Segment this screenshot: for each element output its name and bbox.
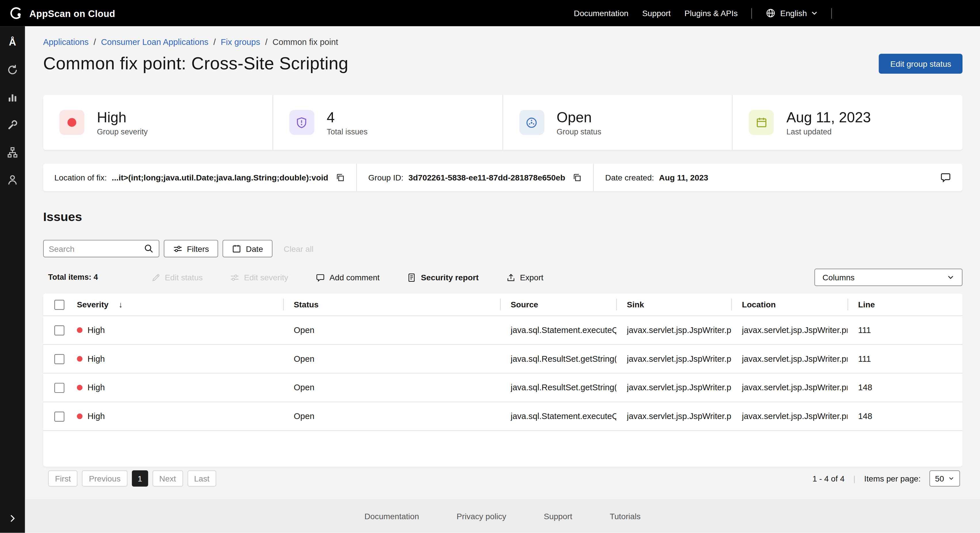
total-items-label: Total items: 4 xyxy=(48,273,98,281)
clear-all-link[interactable]: Clear all xyxy=(284,244,313,254)
comment-bubble-icon xyxy=(316,273,325,282)
cell-line: 148 xyxy=(858,412,872,421)
footer-link-privacy-policy[interactable]: Privacy policy xyxy=(457,511,506,521)
header-source[interactable]: Source xyxy=(500,293,616,316)
pagination: First Previous 1 Next Last 1 - 4 of 4 | … xyxy=(43,470,963,486)
security-report-label: Security report xyxy=(421,273,479,282)
sort-descending-icon: ↓ xyxy=(118,300,123,309)
breadcrumb-fix-groups[interactable]: Fix groups xyxy=(221,37,260,48)
summary-last-updated: Aug 11, 2023 Last updated xyxy=(733,95,963,150)
search-input[interactable] xyxy=(49,244,140,254)
language-selector[interactable]: English xyxy=(766,8,817,18)
footer-link-documentation[interactable]: Documentation xyxy=(364,511,419,521)
summary-group-status: Open Group status xyxy=(503,95,733,150)
table-row[interactable]: High Open java.sql.ResultSet.getString(j… xyxy=(43,374,963,402)
row-checkbox[interactable] xyxy=(54,382,65,393)
edit-severity-label: Edit severity xyxy=(244,273,288,282)
comment-bubble-icon xyxy=(940,172,951,183)
group-severity-label: Group severity xyxy=(97,127,148,136)
topbar-divider xyxy=(751,8,752,18)
header-status[interactable]: Status xyxy=(283,293,500,316)
bar-chart-icon xyxy=(7,92,18,103)
appscan-window: AppScan on Cloud Documentation Support P… xyxy=(0,0,980,533)
cell-status: Open xyxy=(294,354,315,364)
calendar-icon xyxy=(749,110,774,135)
sidebar-item-dashboards[interactable] xyxy=(0,84,25,111)
table-row[interactable]: High Open java.sql.Statement.executeQu j… xyxy=(43,316,963,345)
edit-severity-icon xyxy=(230,273,240,282)
copy-location-button[interactable] xyxy=(336,173,345,182)
table-empty-space xyxy=(43,431,963,467)
items-per-page-dropdown[interactable]: 50 xyxy=(929,470,960,486)
chevron-down-icon xyxy=(948,476,955,482)
edit-group-status-button[interactable]: Edit group status xyxy=(879,54,963,74)
brand-name: AppScan on Cloud xyxy=(29,8,115,18)
pagination-first-button[interactable]: First xyxy=(48,470,78,486)
cell-location: javax.servlet.jsp.JspWriter.pri xyxy=(742,412,848,421)
select-all-checkbox[interactable] xyxy=(54,300,65,310)
footer-link-support[interactable]: Support xyxy=(544,511,572,521)
cell-source: java.sql.ResultSet.getString(ja xyxy=(511,383,616,392)
row-checkbox[interactable] xyxy=(54,411,65,421)
security-report-button[interactable]: Security report xyxy=(407,273,479,282)
page-title: Common fix point: Cross-Site Scripting xyxy=(43,52,348,75)
date-created-value: Aug 11, 2023 xyxy=(659,173,708,182)
group-severity-value: High xyxy=(97,109,148,125)
topbar-divider xyxy=(831,8,832,18)
sidebar-item-applications[interactable]: Å xyxy=(0,29,25,56)
issues-heading: Issues xyxy=(43,210,963,224)
add-comment-label: Add comment xyxy=(329,273,380,282)
cell-location: javax.servlet.jsp.JspWriter.pri xyxy=(742,383,848,392)
comments-button[interactable] xyxy=(940,172,951,183)
export-button[interactable]: Export xyxy=(506,273,543,282)
topbar-link-plugins-apis[interactable]: Plugins & APIs xyxy=(684,8,738,18)
brand-home-link[interactable]: AppScan on Cloud xyxy=(10,6,116,20)
user-icon xyxy=(7,174,18,186)
chevron-down-icon xyxy=(811,10,818,16)
sidebar-item-tools[interactable] xyxy=(0,111,25,138)
sidebar-item-scans[interactable] xyxy=(0,56,25,84)
table-row[interactable]: High Open java.sql.Statement.executeQu j… xyxy=(43,402,963,431)
cell-status: Open xyxy=(294,325,315,335)
appscan-home-icon: Å xyxy=(9,37,16,48)
top-bar: AppScan on Cloud Documentation Support P… xyxy=(0,0,980,26)
breadcrumb-applications[interactable]: Applications xyxy=(43,37,89,48)
row-checkbox[interactable] xyxy=(54,325,65,335)
header-location[interactable]: Location xyxy=(731,293,848,316)
rescan-icon xyxy=(7,65,18,76)
sidebar-expand-button[interactable] xyxy=(0,509,25,528)
copy-group-id-button[interactable] xyxy=(573,173,582,182)
footer-link-tutorials[interactable]: Tutorials xyxy=(610,511,641,521)
pagination-next-button[interactable]: Next xyxy=(152,470,183,486)
items-per-page-value: 50 xyxy=(935,474,944,483)
severity-dot-icon xyxy=(59,110,84,135)
pagination-divider: | xyxy=(853,474,855,483)
filters-button[interactable]: Filters xyxy=(164,240,219,257)
table-row[interactable]: High Open java.sql.ResultSet.getString(j… xyxy=(43,345,963,374)
chevron-right-icon xyxy=(8,514,18,524)
header-severity[interactable]: Severity ↓ xyxy=(72,293,283,316)
topbar-link-support[interactable]: Support xyxy=(642,8,671,18)
breadcrumb-consumer-loan-applications[interactable]: Consumer Loan Applications xyxy=(101,37,208,48)
filters-label: Filters xyxy=(187,244,209,254)
severity-dot-icon xyxy=(77,356,83,362)
search-icon xyxy=(144,243,154,254)
date-filter-button[interactable]: Date xyxy=(223,240,272,257)
group-status-label: Group status xyxy=(557,127,601,136)
columns-dropdown[interactable]: Columns xyxy=(815,268,963,286)
sidebar-item-organization[interactable] xyxy=(0,139,25,166)
info-bar: Location of fix: ...it>(int;long;java.ut… xyxy=(43,164,963,191)
add-comment-button[interactable]: Add comment xyxy=(316,273,380,282)
header-sink[interactable]: Sink xyxy=(616,293,731,316)
header-line[interactable]: Line xyxy=(848,293,963,316)
pagination-previous-button[interactable]: Previous xyxy=(82,470,127,486)
report-document-icon xyxy=(407,273,417,282)
edit-severity-button[interactable]: Edit severity xyxy=(230,273,288,282)
pagination-last-button[interactable]: Last xyxy=(187,470,216,486)
severity-dot-icon xyxy=(77,385,83,390)
edit-status-button[interactable]: Edit status xyxy=(151,273,202,282)
topbar-link-documentation[interactable]: Documentation xyxy=(574,8,628,18)
pagination-page-1-button[interactable]: 1 xyxy=(132,470,148,486)
sidebar-item-profile[interactable] xyxy=(0,166,25,194)
row-checkbox[interactable] xyxy=(54,354,65,364)
